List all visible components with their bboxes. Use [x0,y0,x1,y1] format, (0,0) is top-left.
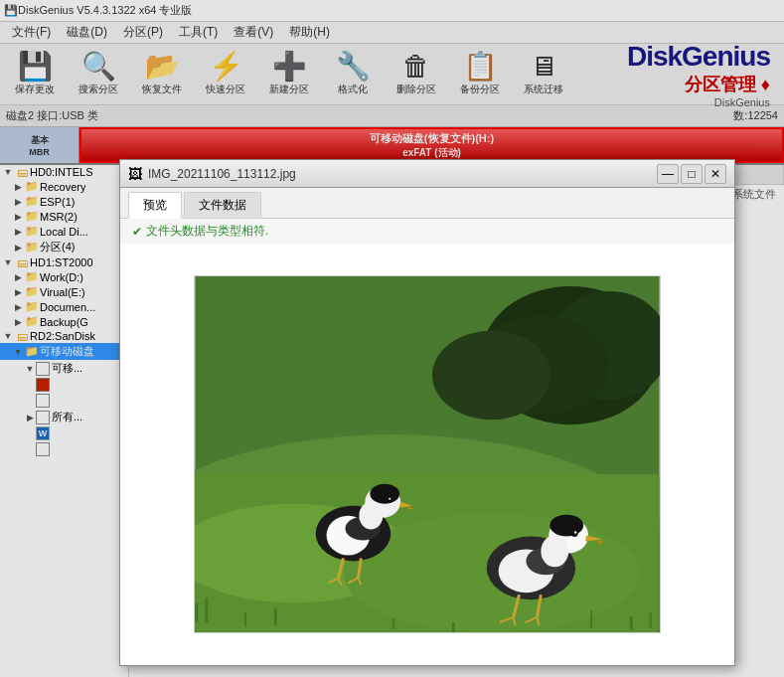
image-preview-modal: 🖼 IMG_20211106_113112.jpg — □ ✕ 预览 文件数据 … [119,159,735,666]
modal-preview-area [120,244,734,665]
status-text: 文件头数据与类型相符. [146,223,268,240]
svg-rect-46 [392,617,394,629]
modal-status: ✔ 文件头数据与类型相符. [120,219,734,244]
svg-point-32 [574,531,576,533]
svg-point-16 [389,498,391,500]
svg-rect-48 [590,610,592,628]
svg-point-14 [370,484,399,504]
tab-filedata[interactable]: 文件数据 [184,192,261,218]
status-icon: ✔ [132,225,142,239]
svg-rect-45 [274,607,277,625]
svg-point-30 [549,515,583,537]
svg-rect-43 [205,597,208,622]
modal-file-icon: 🖼 [128,166,142,182]
tab-filedata-label: 文件数据 [199,198,246,212]
svg-rect-42 [195,602,198,622]
svg-rect-47 [452,622,455,632]
modal-titlebar[interactable]: 🖼 IMG_20211106_113112.jpg — □ ✕ [120,160,734,188]
svg-rect-44 [244,612,246,627]
preview-image [194,275,661,633]
svg-point-6 [432,331,550,421]
close-icon: ✕ [710,167,720,181]
svg-rect-49 [630,616,633,630]
svg-rect-50 [650,612,652,628]
svg-point-31 [571,530,578,537]
svg-point-35 [541,536,568,568]
minimize-icon: — [662,167,674,181]
svg-point-15 [386,497,392,503]
tab-preview-label: 预览 [143,198,167,212]
tab-preview[interactable]: 预览 [128,192,182,219]
modal-title: IMG_20211106_113112.jpg [148,167,655,181]
svg-point-19 [359,502,383,530]
modal-maximize-button[interactable]: □ [681,164,703,184]
maximize-icon: □ [688,167,695,181]
modal-close-button[interactable]: ✕ [705,164,726,184]
modal-tabs: 预览 文件数据 [120,188,734,219]
modal-minimize-button[interactable]: — [657,164,679,184]
